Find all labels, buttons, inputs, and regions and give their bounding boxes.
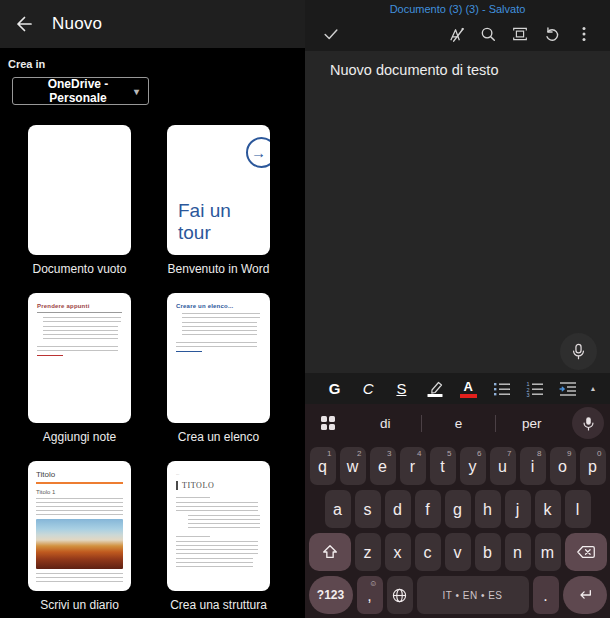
shift-key[interactable]	[309, 533, 351, 571]
key-long-press-hint: 2	[357, 449, 361, 458]
underline-label: S	[396, 381, 406, 396]
key-long-press-hint: 9	[567, 449, 571, 458]
globe-icon	[391, 587, 408, 604]
key-z[interactable]: z	[355, 533, 381, 571]
increase-indent-icon	[558, 381, 578, 397]
shift-icon	[321, 543, 339, 561]
key-p[interactable]: 0p	[580, 447, 606, 485]
key-a[interactable]: a	[325, 490, 351, 528]
spacebar[interactable]: IT • EN • ES	[417, 576, 529, 614]
indent-button[interactable]	[552, 375, 585, 403]
list-preview-heading: Creare un elenco...	[176, 303, 261, 309]
period-key[interactable]: .	[533, 576, 559, 614]
underline-button[interactable]: S	[385, 375, 418, 403]
preview-text-lines	[36, 573, 123, 582]
language-globe-key[interactable]	[387, 576, 413, 614]
document-body-text: Nuovo documento di testo	[330, 62, 498, 78]
bullet-list-button[interactable]	[485, 375, 518, 403]
key-c[interactable]: c	[415, 533, 441, 571]
preview-text-lines	[43, 317, 121, 322]
back-button[interactable]	[14, 14, 34, 34]
key-long-press-hint: 6	[477, 449, 481, 458]
highlight-button[interactable]	[418, 375, 451, 403]
template-documento-vuoto[interactable]: Documento vuoto	[28, 125, 131, 276]
key-e[interactable]: 3e	[370, 447, 396, 485]
template-card-journal: Titolo Titolo 1	[28, 461, 131, 591]
font-color-button[interactable]: A	[452, 375, 485, 403]
undo-button[interactable]	[539, 21, 565, 47]
suggestion-1[interactable]: di	[349, 416, 421, 431]
template-benvenuto-in-word[interactable]: → Fai un tour Benvenuto in Word	[167, 125, 270, 276]
key-s[interactable]: s	[355, 490, 381, 528]
key-long-press-hint: 7	[507, 449, 511, 458]
key-r[interactable]: 4r	[400, 447, 426, 485]
key-j[interactable]: j	[505, 490, 531, 528]
suggestion-2[interactable]: e	[422, 416, 494, 431]
outline-preview-title: TITOLO	[176, 481, 261, 490]
key-o[interactable]: 9o	[550, 447, 576, 485]
key-y[interactable]: 6y	[460, 447, 486, 485]
suggestion-bar: di e per	[308, 404, 607, 442]
key-u[interactable]: 7u	[490, 447, 516, 485]
document-canvas[interactable]: Nuovo documento di testo	[305, 51, 610, 373]
font-color-letter: A	[463, 380, 472, 393]
template-crea-un-elenco[interactable]: Creare un elenco... Crea un elenco	[167, 293, 270, 444]
preview-link-line	[37, 355, 63, 356]
backspace-key[interactable]	[565, 533, 607, 571]
key-q[interactable]: 1q	[310, 447, 336, 485]
new-document-panel: Nuovo Crea in OneDrive - Personale ▾ Doc…	[0, 0, 305, 618]
key-n[interactable]: n	[505, 533, 531, 571]
page-title: Nuovo	[52, 14, 102, 34]
key-x[interactable]: x	[385, 533, 411, 571]
keyboard-row-2: asdfghjkl	[308, 490, 607, 528]
key-m[interactable]: m	[535, 533, 561, 571]
key-l[interactable]: l	[565, 490, 591, 528]
enter-key[interactable]	[563, 576, 607, 614]
keyboard-row-4: ?123 ☺ , IT • EN • ES .	[308, 576, 607, 614]
collapse-toolbar-button[interactable]: ▲	[585, 385, 601, 392]
key-f[interactable]: f	[415, 490, 441, 528]
overflow-menu-button[interactable]	[571, 21, 597, 47]
create-in-label: Crea in	[8, 58, 297, 70]
create-in-section: Crea in OneDrive - Personale ▾	[0, 48, 305, 105]
search-button[interactable]	[475, 21, 501, 47]
keyboard-features-button[interactable]	[311, 406, 345, 440]
document-title: Documento (3) (3) - Salvato	[305, 3, 610, 19]
preview-text-lines	[43, 326, 118, 339]
bullet-list-icon	[492, 381, 512, 397]
key-w[interactable]: 2w	[340, 447, 366, 485]
template-label: Documento vuoto	[28, 262, 131, 276]
symbols-key[interactable]: ?123	[309, 576, 353, 614]
key-i[interactable]: 8i	[520, 447, 546, 485]
template-scrivi-un-diario[interactable]: Titolo Titolo 1 Scrivi un diario	[28, 461, 131, 612]
template-aggiungi-note[interactable]: Prendere appunti Aggiungi note	[28, 293, 131, 444]
list-preview: Creare un elenco...	[167, 293, 270, 423]
numbered-list-button[interactable]: 1 2 3	[518, 375, 551, 403]
key-t[interactable]: 5t	[430, 447, 456, 485]
key-b[interactable]: b	[475, 533, 501, 571]
italic-button[interactable]: C	[351, 375, 384, 403]
suggestion-3[interactable]: per	[496, 416, 568, 431]
ink-editor-button[interactable]	[443, 21, 469, 47]
template-label: Crea una struttura	[167, 598, 270, 612]
key-h[interactable]: h	[475, 490, 501, 528]
location-dropdown[interactable]: OneDrive - Personale ▾	[12, 77, 149, 105]
preview-text-lines	[176, 342, 257, 347]
voice-input-button[interactable]	[572, 407, 604, 439]
preview-text-lines	[182, 313, 260, 318]
backspace-icon	[576, 544, 596, 560]
font-color-swatch	[460, 394, 477, 398]
done-button[interactable]	[318, 21, 344, 47]
comma-key[interactable]: ☺ ,	[357, 576, 383, 614]
template-crea-una-struttura[interactable]: ... TITOLO Crea una struttura	[167, 461, 270, 612]
mobile-view-button[interactable]	[507, 21, 533, 47]
key-k[interactable]: k	[535, 490, 561, 528]
key-g[interactable]: g	[445, 490, 471, 528]
italic-label: C	[363, 381, 374, 396]
dictation-button[interactable]	[560, 333, 597, 370]
key-d[interactable]: d	[385, 490, 411, 528]
preview-text-lines	[176, 502, 258, 511]
key-v[interactable]: v	[445, 533, 471, 571]
bold-button[interactable]: G	[318, 375, 351, 403]
preview-rule	[37, 312, 122, 313]
